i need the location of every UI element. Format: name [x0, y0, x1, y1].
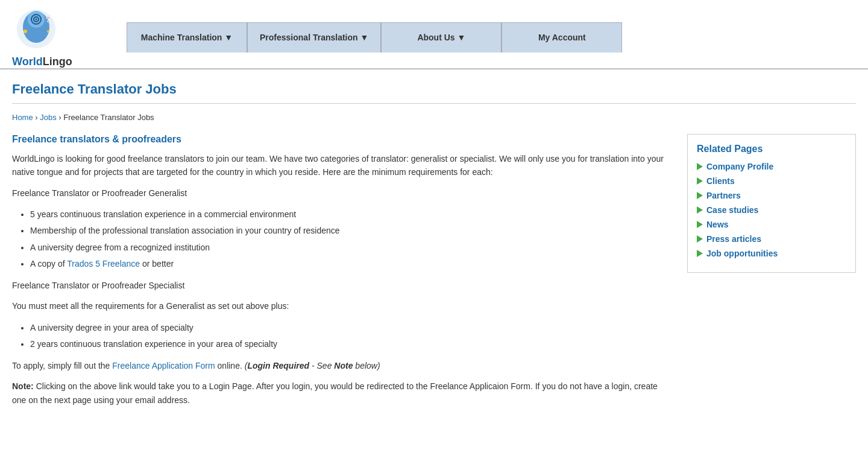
content-area: Freelance translators & proofreaders Wor… — [12, 134, 856, 414]
related-job-opportunities[interactable]: Job opportunities — [706, 249, 778, 258]
list-item: A university degree in your area of spec… — [30, 320, 669, 335]
main-content: Freelance translators & proofreaders Wor… — [12, 134, 669, 414]
related-link-item: Company Profile — [697, 162, 846, 171]
breadcrumb-home[interactable]: Home — [12, 113, 33, 122]
related-partners[interactable]: Partners — [706, 191, 741, 200]
specialist-heading: Freelance Translator or Proofreader Spec… — [12, 279, 669, 292]
header: WorldLingo Machine Translation ▼ Profess… — [0, 0, 868, 69]
nav: Machine Translation ▼ Professional Trans… — [127, 22, 856, 52]
nav-professional-translation[interactable]: Professional Translation ▼ — [247, 22, 381, 52]
related-pages-title: Related Pages — [697, 144, 846, 154]
list-item: A university degree from a recognized in… — [30, 240, 669, 255]
apply-text-before: To apply, simply fill out the — [12, 361, 110, 370]
arrow-icon — [697, 192, 703, 199]
related-link-item: Case studies — [697, 205, 846, 215]
nav-machine-translation[interactable]: Machine Translation ▼ — [127, 22, 247, 52]
list-item-trados: A copy of Trados 5 Freelance or better — [30, 256, 669, 272]
arrow-icon — [697, 177, 703, 185]
logo-area: WorldLingo — [12, 6, 108, 68]
freelance-application-link[interactable]: Freelance Application Form — [112, 361, 215, 370]
list-item: 2 years continuous translation experienc… — [30, 337, 669, 352]
breadcrumb-jobs[interactable]: Jobs — [40, 113, 56, 122]
arrow-icon — [697, 221, 703, 228]
related-link-item: Partners — [697, 191, 846, 200]
section-heading: Freelance translators & proofreaders — [12, 134, 669, 145]
breadcrumb: Home › Jobs › Freelance Translator Jobs — [12, 113, 856, 122]
svg-point-5 — [36, 19, 37, 21]
generalist-list: 5 years continuous translation experienc… — [30, 207, 669, 272]
sidebar: Related Pages Company Profile Clients Pa… — [687, 134, 856, 414]
related-link-item: Clients — [697, 176, 846, 186]
note-paragraph: Note: Clicking on the above link would t… — [12, 380, 669, 407]
nav-my-account[interactable]: My Account — [502, 22, 622, 52]
related-news[interactable]: News — [706, 220, 729, 229]
apply-text-after: online. — [218, 361, 242, 370]
svg-rect-8 — [46, 17, 49, 19]
svg-point-6 — [24, 30, 27, 33]
logo-icon — [12, 6, 60, 54]
main: Freelance Translator Jobs Home › Jobs › … — [0, 69, 868, 426]
generalist-heading: Freelance Translator or Proofreader Gene… — [12, 186, 669, 200]
apply-note-italic: (Login Required - See Note below) — [245, 361, 380, 370]
arrow-icon — [697, 206, 703, 214]
page-title: Freelance Translator Jobs — [12, 81, 856, 97]
specialist-list: A university degree in your area of spec… — [30, 320, 669, 352]
apply-paragraph: To apply, simply fill out the Freelance … — [12, 359, 669, 372]
list-item: 5 years continuous translation experienc… — [30, 207, 669, 222]
related-link-item: News — [697, 220, 846, 229]
title-separator — [12, 103, 856, 104]
breadcrumb-current: Freelance Translator Jobs — [63, 113, 154, 122]
svg-point-7 — [47, 30, 49, 33]
svg-rect-9 — [47, 21, 49, 22]
related-clients[interactable]: Clients — [706, 176, 735, 186]
logo-text[interactable]: WorldLingo — [12, 56, 72, 68]
note-label: Note: — [12, 381, 34, 391]
intro-paragraph: WorldLingo is looking for good freelance… — [12, 152, 669, 179]
note-text: Clicking on the above link would take yo… — [12, 381, 658, 404]
related-press-articles[interactable]: Press articles — [706, 234, 761, 244]
related-case-studies[interactable]: Case studies — [706, 205, 758, 215]
list-item: Membership of the professional translati… — [30, 223, 669, 238]
trados-link[interactable]: Trados 5 Freelance — [67, 259, 140, 269]
related-link-item: Press articles — [697, 234, 846, 244]
arrow-icon — [697, 250, 703, 257]
arrow-icon — [697, 163, 703, 170]
related-company-profile[interactable]: Company Profile — [706, 162, 773, 171]
arrow-icon — [697, 235, 703, 243]
nav-about-us[interactable]: About Us ▼ — [381, 22, 502, 52]
related-pages-box: Related Pages Company Profile Clients Pa… — [687, 134, 856, 273]
related-link-item: Job opportunities — [697, 249, 846, 258]
specialist-intro: You must meet all the requirements for a… — [12, 299, 669, 313]
